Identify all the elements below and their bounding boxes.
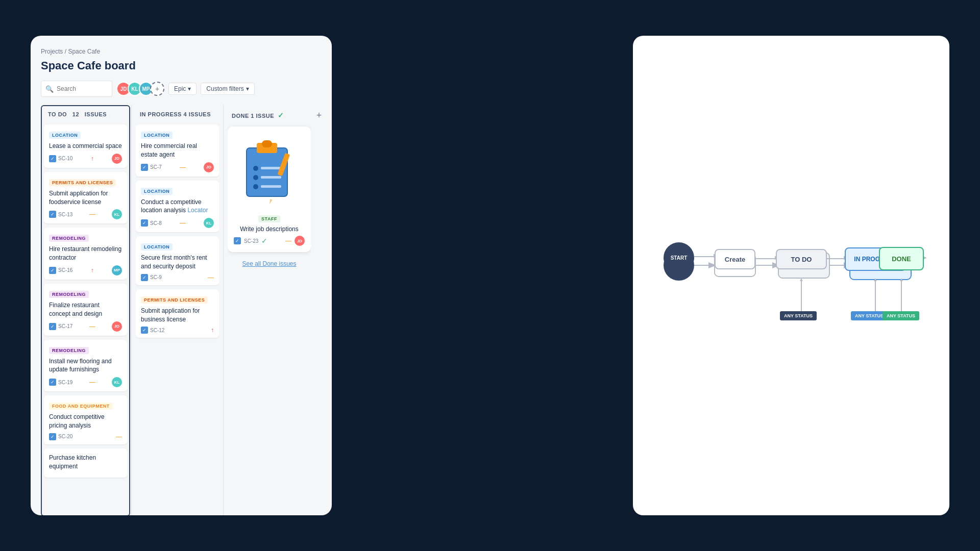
done-check-icon: ✓	[278, 111, 284, 119]
card-tag: LOCATION	[141, 243, 173, 251]
done-label: DONE 1 ISSUE ✓	[232, 111, 284, 119]
card-id: SC-12	[150, 328, 164, 333]
any-status-label: ANY STATUS	[784, 313, 813, 318]
done-column-content: STAFF Write job descriptions SC-23 ✓ — J…	[228, 124, 311, 515]
epic-chevron-icon: ▾	[188, 85, 191, 92]
card-title: Lease a commercial space	[49, 142, 122, 151]
card-footer: SC-9 —	[141, 274, 214, 281]
epic-filter-button[interactable]: Epic ▾	[168, 83, 197, 95]
any-status-label-2: ANY STATUS	[855, 313, 884, 318]
card-tag: LOCATION	[141, 132, 173, 139]
card-tag: REMODELING	[49, 235, 89, 242]
list-item[interactable]: PERMITS AND LICENSES Submit application …	[136, 289, 219, 338]
card-id: SC-17	[58, 323, 72, 329]
add-column-button[interactable]: +	[314, 110, 322, 120]
priority-icon: —	[89, 379, 95, 386]
list-item[interactable]: REMODELING Finalize restaurant concept a…	[44, 284, 127, 336]
toolbar: 🔍 JD KL MP + Epic ▾ Custom filters ▾	[41, 81, 322, 97]
card-checkbox[interactable]	[49, 379, 56, 386]
list-item[interactable]: LOCATION Lease a commercial space SC-10 …	[44, 124, 127, 168]
done-column-header: DONE 1 ISSUE ✓	[228, 106, 311, 124]
svg-point-5	[253, 175, 258, 180]
card-footer: SC-19 — KL	[49, 377, 122, 387]
any-status-todo-badge: ANY STATUS	[780, 311, 817, 320]
any-status-label-3: ANY STATUS	[887, 313, 915, 318]
breadcrumb: Projects / Space Cafe	[41, 48, 322, 55]
list-item[interactable]: LOCATION Secure first month's rent and s…	[136, 236, 219, 285]
list-item[interactable]: PERMITS AND LICENSES Submit application …	[44, 172, 127, 224]
card-checkbox[interactable]	[49, 323, 56, 330]
inprogress-column: IN PROGRESS 4 ISSUES LOCATION Hire comme…	[133, 105, 222, 515]
search-box[interactable]: 🔍	[41, 81, 112, 97]
list-item[interactable]: LOCATION Conduct a competitive location …	[136, 181, 219, 233]
card-title: Submit application for business license	[141, 307, 214, 324]
card-title: Hire commercial real estate agent	[141, 142, 214, 159]
epic-filter-label: Epic	[174, 85, 186, 92]
priority-icon: —	[285, 237, 291, 244]
search-input[interactable]	[57, 85, 108, 92]
arrow-start-create: ▶	[694, 256, 715, 257]
card-checkbox[interactable]	[49, 267, 56, 274]
card-checkbox[interactable]	[141, 219, 148, 227]
avatar: JD	[204, 162, 214, 172]
left-panel: Projects / Space Cafe Space Cafe board 🔍…	[31, 36, 332, 515]
card-tag: REMODELING	[49, 347, 89, 354]
varrow-inprogress: ▲	[875, 281, 876, 311]
create-label: Create	[725, 256, 745, 263]
card-footer: SC-17 — JD	[49, 321, 122, 332]
card-tag: REMODELING	[49, 291, 89, 298]
arrow-todo-inprogress: ▶	[827, 258, 845, 259]
custom-filters-chevron-icon: ▾	[246, 85, 249, 92]
priority-icon: ↑	[211, 327, 214, 334]
card-checkbox[interactable]	[141, 274, 148, 281]
done-column: DONE 1 ISSUE ✓	[225, 105, 314, 515]
clipboard-illustration	[241, 138, 298, 204]
svg-rect-8	[261, 185, 281, 188]
avatar-group: JD KL MP +	[116, 82, 164, 96]
card-checkbox[interactable]	[49, 433, 56, 440]
right-panel: START Create TO DO IN PROGRESS	[633, 36, 949, 515]
card-id: SC-23	[244, 238, 258, 244]
done-illustration-card: STAFF Write job descriptions SC-23 ✓ — J…	[228, 127, 311, 252]
card-checkbox[interactable]	[49, 155, 56, 162]
inprogress-column-header: IN PROGRESS 4 ISSUES	[136, 106, 219, 122]
inprogress-column-content: LOCATION Hire commercial real estate age…	[136, 122, 219, 515]
todo-label: TO DO	[791, 256, 812, 263]
start-label: START	[671, 255, 688, 261]
avatar-add[interactable]: +	[150, 82, 164, 96]
card-footer: SC-12 ↑	[141, 327, 214, 334]
card-title: Hire restaurant remodeling contractor	[49, 245, 122, 262]
card-title: Finalize restaurant concept and design	[49, 301, 122, 318]
priority-icon: —	[89, 323, 95, 330]
card-title: Purchase kitchen equipment	[49, 454, 122, 471]
list-item[interactable]: FOOD AND EQUIPMENT Conduct competitive p…	[44, 395, 127, 444]
avatar: JD	[112, 321, 122, 332]
avatar: KL	[204, 218, 214, 228]
breadcrumb-projects[interactable]: Projects	[41, 48, 63, 55]
card-tag: PERMITS AND LICENSES	[141, 296, 208, 304]
card-id: SC-8	[150, 220, 162, 226]
list-item[interactable]: REMODELING Install new flooring and upda…	[44, 340, 127, 392]
arrow-create-todo: ▶	[755, 258, 776, 259]
list-item[interactable]: Purchase kitchen equipment	[44, 448, 127, 478]
custom-filters-button[interactable]: Custom filters ▾	[201, 83, 254, 95]
card-checkbox[interactable]	[141, 327, 148, 334]
card-id: SC-20	[58, 434, 72, 439]
priority-icon: —	[180, 219, 186, 227]
todo-column-header: TO DO 12 ISSUES	[44, 106, 127, 122]
search-icon: 🔍	[45, 85, 54, 93]
board: TO DO 12 ISSUES LOCATION Lease a commerc…	[41, 105, 322, 515]
list-item[interactable]: REMODELING Hire restaurant remodeling co…	[44, 228, 127, 280]
card-checkbox[interactable]	[234, 237, 241, 244]
card-checkbox[interactable]	[49, 211, 56, 218]
list-item[interactable]: LOCATION Hire commercial real estate age…	[136, 124, 219, 177]
see-all-done-link[interactable]: See all Done issues	[228, 260, 311, 267]
done-check-icon: ✓	[261, 237, 267, 245]
card-checkbox[interactable]	[141, 164, 148, 171]
avatar: MP	[112, 265, 122, 276]
column-divider-2	[223, 105, 224, 515]
card-id: SC-19	[58, 380, 72, 385]
card-title: Write job descriptions	[234, 226, 305, 233]
breadcrumb-current[interactable]: Space Cafe	[68, 48, 100, 55]
todo-column: TO DO 12 ISSUES LOCATION Lease a commerc…	[41, 105, 130, 515]
